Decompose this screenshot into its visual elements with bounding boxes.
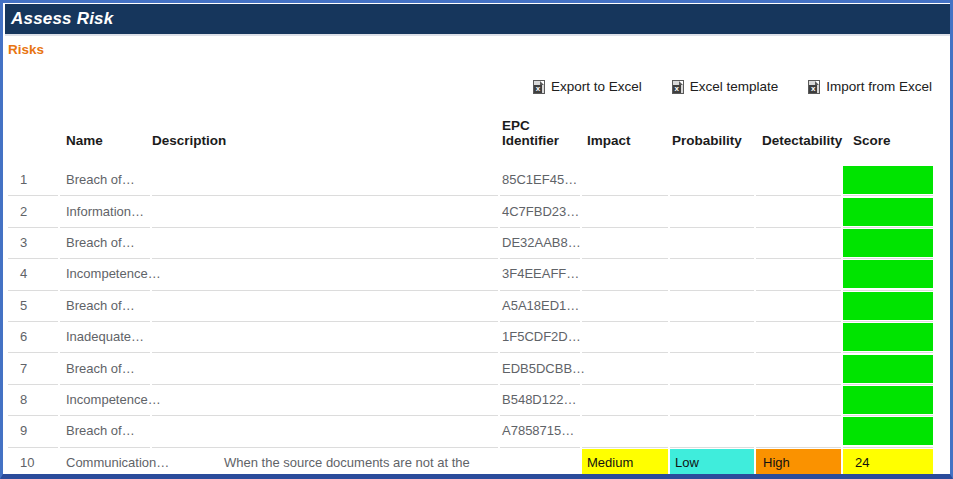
impact-cell[interactable] — [582, 196, 668, 227]
probability-cell[interactable] — [670, 416, 754, 447]
import-from-excel-button[interactable]: Import from Excel — [808, 79, 932, 94]
impact-cell[interactable] — [582, 385, 668, 416]
impact-cell[interactable] — [582, 353, 668, 384]
score-cell[interactable] — [843, 228, 933, 259]
probability-cell[interactable] — [670, 353, 754, 384]
risk-description-cell — [152, 353, 498, 384]
risk-name-cell: Incompetence… — [60, 385, 150, 416]
impact-cell[interactable] — [582, 228, 668, 259]
table-row[interactable]: 10 Communication… When the source docume… — [8, 448, 936, 479]
header-description: Description — [152, 133, 498, 149]
epc-identifier-cell: 4C7FBD23… — [500, 196, 580, 227]
probability-cell[interactable] — [670, 385, 754, 416]
probability-cell[interactable] — [670, 228, 754, 259]
epc-identifier-cell: EDB5DCBB… — [500, 353, 580, 384]
export-to-excel-label: Export to Excel — [551, 79, 642, 94]
row-number: 6 — [8, 322, 58, 353]
score-cell[interactable]: 24 — [843, 448, 933, 479]
table-row[interactable]: 8 Incompetence… B548D122… — [8, 385, 936, 416]
header-epc-identifier: EPC Identifier — [500, 118, 580, 149]
table-row[interactable]: 7 Breach of… EDB5DCBB… — [8, 353, 936, 384]
score-cell[interactable] — [843, 165, 933, 196]
risk-name-cell: Breach of… — [60, 228, 150, 259]
impact-cell[interactable] — [582, 165, 668, 196]
row-number: 10 — [8, 448, 58, 479]
risk-description-cell — [152, 228, 498, 259]
score-cell[interactable] — [843, 353, 933, 384]
risk-name-cell: Communication… — [60, 448, 150, 479]
epc-identifier-cell — [500, 448, 580, 479]
impact-cell[interactable] — [582, 259, 668, 290]
impact-cell[interactable] — [582, 416, 668, 447]
risk-name-cell: Information… — [60, 196, 150, 227]
risk-name-cell: Breach of… — [60, 353, 150, 384]
table-row[interactable]: 5 Breach of… A5A18ED1… — [8, 291, 936, 322]
detectability-cell[interactable] — [756, 196, 841, 227]
header-name: Name — [60, 133, 150, 149]
import-from-excel-label: Import from Excel — [826, 79, 932, 94]
table-row[interactable]: 1 Breach of… 85C1EF45… — [8, 165, 936, 196]
table-row[interactable]: 6 Inadequate… 1F5CDF2D… — [8, 322, 936, 353]
title-bar: Assess Risk — [5, 4, 950, 34]
detectability-cell[interactable] — [756, 259, 841, 290]
table-row[interactable]: 3 Breach of… DE32AAB8… — [8, 228, 936, 259]
epc-identifier-cell: B548D122… — [500, 385, 580, 416]
row-number: 4 — [8, 259, 58, 290]
probability-cell[interactable]: Low — [670, 448, 754, 479]
risk-name-cell: Breach of… — [60, 165, 150, 196]
row-number: 3 — [8, 228, 58, 259]
risk-description-cell: When the source documents are not at the — [152, 448, 498, 479]
detectability-cell[interactable] — [756, 322, 841, 353]
risk-description-cell — [152, 416, 498, 447]
table-header-row: Name Description EPC Identifier Impact P… — [8, 108, 936, 149]
score-cell[interactable] — [843, 322, 933, 353]
row-number: 8 — [8, 385, 58, 416]
excel-toolbar: Export to Excel Excel template Import fr… — [533, 79, 932, 94]
row-number: 7 — [8, 353, 58, 384]
risk-description-cell — [152, 291, 498, 322]
excel-file-icon — [672, 80, 684, 94]
probability-cell[interactable] — [670, 165, 754, 196]
excel-file-icon — [533, 80, 545, 94]
detectability-cell[interactable]: High — [756, 448, 841, 479]
excel-template-button[interactable]: Excel template — [672, 79, 779, 94]
table-body: 1 Breach of… 85C1EF45… 2 Information… 4C… — [8, 165, 936, 479]
probability-cell[interactable] — [670, 291, 754, 322]
score-cell[interactable] — [843, 416, 933, 447]
risk-name-cell: Breach of… — [60, 416, 150, 447]
epc-identifier-cell: 85C1EF45… — [500, 165, 580, 196]
detectability-cell[interactable] — [756, 228, 841, 259]
header-detectability: Detectability — [756, 133, 841, 149]
detectability-cell[interactable] — [756, 385, 841, 416]
risk-name-cell: Breach of… — [60, 291, 150, 322]
table-row[interactable]: 2 Information… 4C7FBD23… — [8, 196, 936, 227]
risks-section-label: Risks — [8, 42, 44, 57]
risk-description-cell — [152, 385, 498, 416]
score-cell[interactable] — [843, 291, 933, 322]
probability-cell[interactable] — [670, 196, 754, 227]
row-number: 1 — [8, 165, 58, 196]
risk-name-cell: Incompetence… — [60, 259, 150, 290]
impact-cell[interactable]: Medium — [582, 448, 668, 479]
risk-description-cell — [152, 259, 498, 290]
epc-identifier-cell: A5A18ED1… — [500, 291, 580, 322]
detectability-cell[interactable] — [756, 165, 841, 196]
detectability-cell[interactable] — [756, 353, 841, 384]
page-title: Assess Risk — [5, 9, 113, 29]
row-number: 9 — [8, 416, 58, 447]
epc-identifier-cell: 3F4EEAFF… — [500, 259, 580, 290]
detectability-cell[interactable] — [756, 291, 841, 322]
header-impact: Impact — [582, 133, 668, 149]
score-cell[interactable] — [843, 196, 933, 227]
probability-cell[interactable] — [670, 259, 754, 290]
impact-cell[interactable] — [582, 291, 668, 322]
table-row[interactable]: 4 Incompetence… 3F4EEAFF… — [8, 259, 936, 290]
table-row[interactable]: 9 Breach of… A7858715… — [8, 416, 936, 447]
row-number: 5 — [8, 291, 58, 322]
score-cell[interactable] — [843, 259, 933, 290]
impact-cell[interactable] — [582, 322, 668, 353]
score-cell[interactable] — [843, 385, 933, 416]
detectability-cell[interactable] — [756, 416, 841, 447]
probability-cell[interactable] — [670, 322, 754, 353]
export-to-excel-button[interactable]: Export to Excel — [533, 79, 642, 94]
